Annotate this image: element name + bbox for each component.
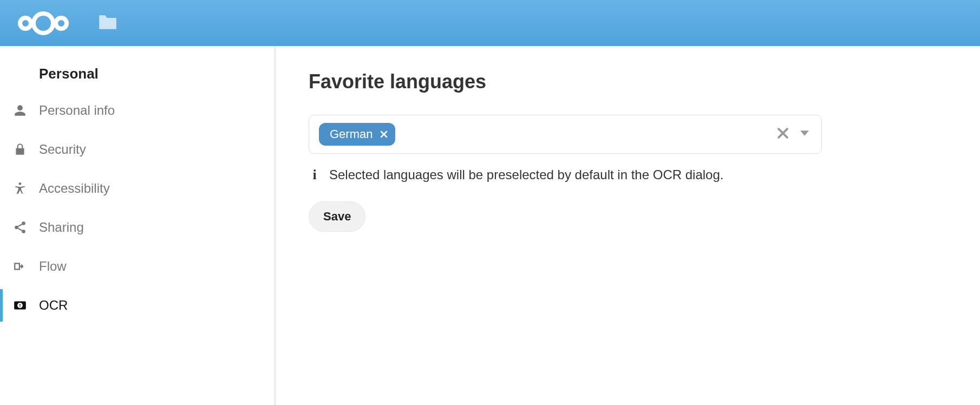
svg-rect-7	[15, 264, 19, 270]
chip-remove-icon[interactable]	[380, 130, 388, 138]
sidebar-item-personal-info[interactable]: Personal info	[0, 91, 276, 130]
sidebar-item-ocr[interactable]: T OCR	[0, 286, 276, 325]
lock-icon	[11, 142, 29, 156]
language-chip: German	[319, 123, 395, 146]
sidebar-item-sharing[interactable]: Sharing	[0, 208, 276, 247]
sidebar-item-flow[interactable]: Flow	[0, 247, 276, 286]
clear-all-icon[interactable]	[777, 127, 789, 141]
hint-text: Selected languages will be preselected b…	[329, 167, 723, 182]
dropdown-caret-icon[interactable]	[799, 127, 811, 141]
files-icon[interactable]	[97, 14, 118, 33]
share-icon	[11, 220, 29, 234]
accessibility-icon	[11, 181, 29, 195]
svg-point-2	[56, 18, 67, 29]
page-title: Favorite languages	[309, 70, 948, 93]
svg-point-1	[20, 18, 31, 29]
main-content: Favorite languages German i Selected lan…	[274, 46, 980, 405]
sidebar-item-label: Personal info	[39, 103, 115, 118]
flow-icon	[11, 259, 29, 273]
sidebar-item-label: Accessibility	[39, 181, 110, 196]
language-multiselect[interactable]: German	[309, 115, 822, 154]
person-icon	[11, 103, 29, 117]
save-button[interactable]: Save	[309, 201, 365, 232]
sidebar-item-label: Flow	[39, 259, 67, 274]
sidebar-item-label: Sharing	[39, 220, 84, 235]
sidebar-heading: Personal	[0, 57, 276, 91]
app-header	[0, 0, 980, 46]
sidebar-item-accessibility[interactable]: Accessibility	[0, 169, 276, 208]
nextcloud-logo[interactable]	[16, 10, 70, 37]
sidebar-item-security[interactable]: Security	[0, 130, 276, 169]
hint-row: i Selected languages will be preselected…	[309, 167, 948, 183]
ocr-icon: T	[11, 298, 29, 312]
info-icon: i	[309, 167, 321, 183]
svg-point-6	[22, 230, 25, 233]
chip-label: German	[330, 127, 373, 141]
svg-point-5	[15, 226, 18, 230]
settings-sidebar: Personal Personal info Security Accessib…	[0, 46, 276, 405]
svg-point-0	[34, 14, 53, 33]
svg-point-4	[22, 221, 25, 225]
sidebar-item-label: Security	[39, 142, 86, 157]
svg-point-3	[19, 182, 22, 185]
svg-text:T: T	[19, 304, 21, 308]
sidebar-item-label: OCR	[39, 298, 68, 313]
